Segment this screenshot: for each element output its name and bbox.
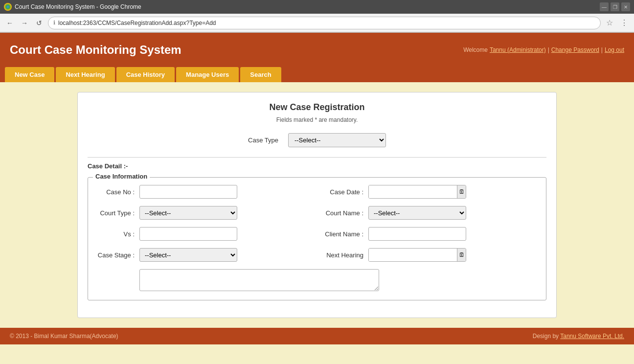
tab-search[interactable]: Search xyxy=(240,67,281,82)
content-area: New Case Registration Fields marked * ar… xyxy=(0,82,634,328)
case-no-input[interactable] xyxy=(139,185,237,199)
section-header: Case Detail :- xyxy=(88,157,546,172)
info-icon: ℹ xyxy=(53,20,55,26)
form-row-2: Court Type : --Select-- Court Name : --S… xyxy=(95,206,539,220)
court-name-select[interactable]: --Select-- xyxy=(368,206,466,220)
next-hearing-group: Next Hearing 🗓 xyxy=(324,248,539,262)
minimize-button[interactable]: — xyxy=(600,2,609,11)
close-button[interactable]: ✕ xyxy=(621,2,630,11)
case-no-group: Case No : xyxy=(95,185,310,199)
menu-button[interactable]: ⋮ xyxy=(618,17,630,29)
reload-button[interactable]: ↺ xyxy=(33,17,45,29)
form-title: New Case Registration xyxy=(88,102,546,113)
court-name-label: Court Name : xyxy=(324,209,363,217)
change-password-link[interactable]: Change Password xyxy=(551,46,599,53)
case-type-select[interactable]: --Select-- Civil Criminal Family Other xyxy=(288,133,386,147)
client-name-group: Client Name : xyxy=(324,227,539,241)
logout-link[interactable]: Log out xyxy=(605,46,624,53)
fieldset-legend: Case Information xyxy=(93,173,150,180)
court-type-select[interactable]: --Select-- xyxy=(139,206,237,220)
case-date-input[interactable] xyxy=(369,185,457,198)
notes-textarea[interactable] xyxy=(139,269,379,291)
tab-next-hearing[interactable]: Next Hearing xyxy=(56,67,114,82)
next-hearing-label: Next Hearing xyxy=(324,251,363,259)
case-date-field: 🗓 xyxy=(368,185,466,199)
footer-copyright: © 2013 - Bimal Kumar Sharma(Advocate) xyxy=(10,333,118,340)
form-row-5 xyxy=(95,269,539,293)
user-link[interactable]: Tannu (Administrator) xyxy=(490,46,546,53)
case-date-calendar-icon[interactable]: 🗓 xyxy=(457,185,466,198)
vs-input[interactable] xyxy=(139,227,237,241)
footer-design: Design by Tannu Software Pvt. Ltd. xyxy=(533,333,624,340)
browser-chrome: Court Case Monitoring System - Google Ch… xyxy=(0,0,634,33)
separator1: | xyxy=(548,46,549,53)
form-subtitle: Fields marked * are mandatory. xyxy=(88,116,546,123)
browser-toolbar: ← → ↺ ℹ localhost:2363/CCMS/CaseRegistra… xyxy=(0,14,634,32)
case-date-label: Case Date : xyxy=(324,188,363,196)
client-name-input[interactable] xyxy=(368,227,466,241)
next-hearing-input[interactable] xyxy=(369,249,457,261)
case-stage-label: Case Stage : xyxy=(95,251,135,259)
vs-group: Vs : xyxy=(95,227,310,241)
footer-company-link[interactable]: Tannu Software Pvt. Ltd. xyxy=(560,333,624,340)
back-button[interactable]: ← xyxy=(4,17,16,29)
court-type-label: Court Type : xyxy=(95,209,135,217)
vs-label: Vs : xyxy=(95,230,135,238)
case-date-group: Case Date : 🗓 xyxy=(324,185,539,199)
next-hearing-calendar-icon[interactable]: 🗓 xyxy=(457,249,466,261)
case-information-fieldset: Case Information Case No : Case Date : 🗓 xyxy=(88,177,546,300)
welcome-text: Welcome xyxy=(463,46,488,53)
court-name-group: Court Name : --Select-- xyxy=(324,206,539,220)
case-type-row: Case Type --Select-- Civil Criminal Fami… xyxy=(88,133,546,147)
case-stage-select[interactable]: --Select-- xyxy=(139,248,237,262)
chrome-logo xyxy=(4,3,12,11)
nav-tabs: New Case Next Hearing Case History Manag… xyxy=(0,67,634,82)
form-row-4: Case Stage : --Select-- Next Hearing 🗓 xyxy=(95,248,539,262)
section-detail-title: Case Detail :- xyxy=(88,162,128,170)
forward-button[interactable]: → xyxy=(19,17,30,29)
next-hearing-field: 🗓 xyxy=(368,248,466,262)
browser-title: Court Case Monitoring System - Google Ch… xyxy=(15,3,141,10)
app-footer: © 2013 - Bimal Kumar Sharma(Advocate) De… xyxy=(0,328,634,344)
case-type-label: Case Type xyxy=(248,136,278,144)
app-header: Court Case Monitoring System Welcome Tan… xyxy=(0,33,634,67)
window-controls[interactable]: — ❐ ✕ xyxy=(600,2,630,11)
address-bar[interactable]: ℹ localhost:2363/CCMS/CaseRegistrationAd… xyxy=(48,17,601,29)
form-container: New Case Registration Fields marked * ar… xyxy=(77,92,557,318)
header-user-info: Welcome Tannu (Administrator) | Change P… xyxy=(463,46,624,53)
client-name-label: Client Name : xyxy=(324,230,363,238)
tab-case-history[interactable]: Case History xyxy=(116,67,175,82)
browser-titlebar: Court Case Monitoring System - Google Ch… xyxy=(0,0,634,14)
case-no-label: Case No : xyxy=(95,188,135,196)
court-type-group: Court Type : --Select-- xyxy=(95,206,310,220)
app-title: Court Case Monitoring System xyxy=(10,43,181,57)
url-text: localhost:2363/CCMS/CaseRegistrationAdd.… xyxy=(58,20,216,26)
tab-manage-users[interactable]: Manage Users xyxy=(176,67,239,82)
form-row-1: Case No : Case Date : 🗓 xyxy=(95,185,539,199)
form-row-3: Vs : Client Name : xyxy=(95,227,539,241)
case-stage-group: Case Stage : --Select-- xyxy=(95,248,310,262)
bookmark-button[interactable]: ☆ xyxy=(604,17,615,29)
tab-new-case[interactable]: New Case xyxy=(5,67,54,82)
maximize-button[interactable]: ❐ xyxy=(611,2,619,11)
separator2: | xyxy=(601,46,603,53)
